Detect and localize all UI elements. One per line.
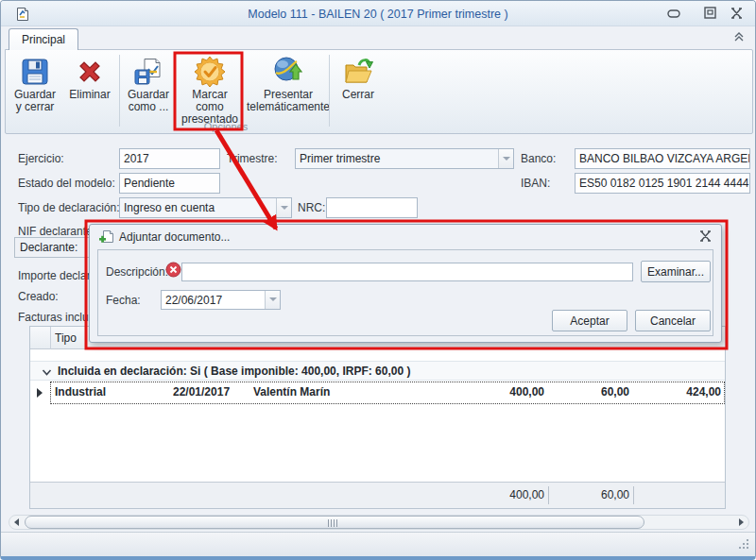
ejercicio-input[interactable]: 2017 [119,148,220,169]
nrc-input[interactable] [326,197,418,218]
trimestre-label: Trimestre: [227,152,278,165]
column-header-tipo[interactable]: Tipo [55,331,77,345]
header-separator [50,327,51,349]
nif-declarante-label: NIF declarante [18,225,93,238]
close-form-label: Cerrar [333,89,384,101]
minimize-button[interactable] [664,7,683,22]
fecha-date-combo[interactable]: 22/06/2017 [161,290,281,310]
save-as-icon [132,56,164,88]
mark-as-presented-label: Marcar como [178,89,242,113]
importe-declarado-label: Importe declar [18,269,91,282]
minimize-icon [667,8,680,21]
collapse-ribbon-button[interactable] [732,31,746,45]
facturas-incluidas-label: Facturas inclui [18,311,91,324]
badge-check-icon [194,56,226,88]
status-bar [1,532,755,556]
horizontal-scrollbar[interactable] [9,515,749,530]
group-collapse-icon[interactable] [42,366,52,380]
tab-principal-label: Principal [22,33,65,46]
open-folder-arrow-icon [342,56,374,88]
attach-document-icon [98,229,114,248]
save-as-button[interactable]: Guardar como ... [123,54,174,129]
row-indicator-icon [37,388,43,398]
footer-irpf-total: 60,00 [552,488,629,501]
tipo-declaracion-value: Ingreso en cuenta [124,201,215,214]
restore-button[interactable] [700,7,719,22]
group-row[interactable]: Incluida en declaración: Si ( Base impon… [30,361,725,381]
titlebar: Modelo 111 - BAILEN 20 ( 2017 Primer tri… [1,1,755,26]
ejercicio-label: Ejercicio: [18,152,64,165]
toolbar-separator [119,55,120,127]
tipo-declaracion-label: Tipo de declaración: [18,201,120,214]
window-title: Modelo 111 - BAILEN 20 ( 2017 Primer tri… [1,8,755,21]
close-icon [730,8,743,22]
cancelar-button[interactable]: Cancelar [635,310,711,331]
chevron-down-icon[interactable] [276,198,291,217]
chevron-up-icon [732,32,746,45]
tipo-declaracion-combo[interactable]: Ingreso en cuenta [119,197,292,218]
attach-document-dialog: Adjuntar documento... Descripción: Exami… [89,224,722,343]
toolbar-separator [329,55,330,127]
declarante-label: Declarante: [20,241,77,254]
iban-input[interactable]: ES50 0182 0125 1901 2144 4444 [575,173,750,194]
dialog-title: Adjuntar documento... [119,230,230,244]
estado-input[interactable]: Pendiente [119,173,220,194]
close-button[interactable] [727,7,746,22]
invoice-row[interactable]: Industrial 22/01/2017 Valentín Marín 400… [30,382,725,405]
cell-total[interactable]: 424,00 [641,385,721,399]
globe-upload-icon [272,56,304,88]
footer-separator [633,486,634,504]
chevron-down-icon[interactable] [498,149,513,168]
chevron-down-icon[interactable] [265,291,280,309]
modelo-111-window: Modelo 111 - BAILEN 20 ( 2017 Primer tri… [0,0,756,560]
fecha-value: 22/06/2017 [165,294,222,307]
invoices-table: Tipo Incluida en declaración: Si ( Base … [29,326,726,509]
descripcion-label: Descripción: [106,265,168,279]
banco-input[interactable]: BANCO BILBAO VIZCAYA ARGENTARIA [575,148,750,169]
delete-button[interactable]: Eliminar [64,54,115,129]
error-icon [165,262,181,280]
trimestre-value: Primer trimestre [300,152,380,165]
footer-base-total: 400,00 [467,488,544,501]
restore-icon [704,7,716,22]
save-as-label-2: como ... [123,101,174,113]
dialog-titlebar[interactable]: Adjuntar documento... [90,225,721,249]
cell-tipo[interactable]: Industrial [55,385,166,399]
present-online-button[interactable]: Presentar telemáticamente [246,54,331,129]
left-arrow-icon [14,518,19,526]
right-arrow-icon [739,518,744,526]
mark-as-presented-button[interactable]: Marcar como presentado [178,54,242,129]
group-row-label: Incluida en declaración: Si ( Base impon… [58,365,410,378]
save-and-close-label-2: y cerrar [8,101,62,113]
fecha-label: Fecha: [106,294,141,307]
thumb-grip-icon [328,519,337,527]
close-form-button[interactable]: Cerrar [333,54,384,129]
save-and-close-button[interactable]: Guardar y cerrar [8,54,62,129]
delete-x-icon [74,56,106,88]
creado-label: Creado: [18,290,59,303]
descripcion-input[interactable] [181,263,633,281]
examinar-button[interactable]: Examinar... [641,261,711,282]
dialog-close-button[interactable] [699,230,712,245]
scroll-left-button[interactable] [9,516,24,529]
estado-label: Estado del modelo: [18,177,115,190]
delete-label: Eliminar [64,89,115,101]
cell-irpf[interactable]: 60,00 [552,385,629,399]
aceptar-button[interactable]: Aceptar [552,310,627,331]
cell-fecha[interactable]: 22/01/2017 [173,385,247,399]
cell-base-imponible[interactable]: 400,00 [467,385,544,399]
banco-label: Banco: [521,152,556,165]
scrollbar-thumb[interactable] [25,516,644,529]
scroll-right-button[interactable] [734,516,748,529]
iban-label: IBAN: [521,177,550,190]
present-online-label-2: telemáticamente [246,101,331,113]
trimestre-combo[interactable]: Primer trimestre [295,148,514,169]
tab-principal[interactable]: Principal [9,28,78,50]
dialog-content-panel: Descripción: Examinar... Fecha: 22/06/20… [97,249,713,336]
cell-nombre[interactable]: Valentín Marín [253,385,442,399]
resize-grip-icon[interactable] [738,538,749,552]
nrc-label: NRC: [298,201,325,214]
floppy-disk-icon [19,56,51,88]
declarante-box[interactable]: Declarante: [14,237,90,258]
ribbon-toolbar: Guardar y cerrar Eliminar Guardar como .… [5,49,753,134]
